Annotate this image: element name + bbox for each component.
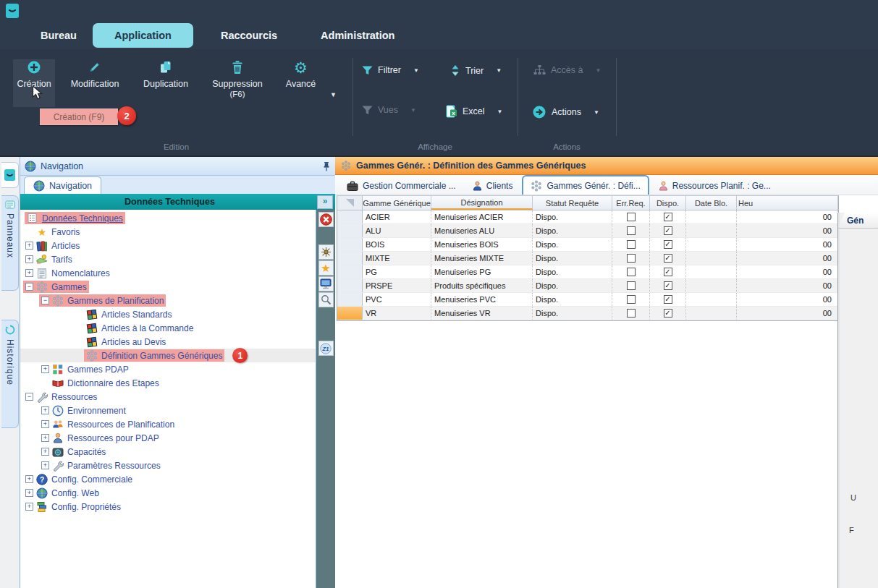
row-selector[interactable]	[337, 279, 363, 292]
workstation-button[interactable]	[318, 276, 334, 291]
checkbox-unchecked[interactable]	[627, 240, 636, 249]
select-all-corner[interactable]	[337, 196, 363, 210]
row-selector[interactable]	[337, 293, 363, 306]
expand-toggle[interactable]: +	[25, 269, 33, 277]
tree-item-tarifs[interactable]: +Tarifs	[20, 252, 316, 266]
expand-toggle[interactable]: +	[25, 489, 33, 497]
actions-button[interactable]: Actions ▼	[532, 105, 599, 119]
excel-caret[interactable]: ▼	[497, 108, 503, 115]
favorites-button[interactable]: ★	[318, 260, 334, 276]
table-row-mixte[interactable]: MIXTEMenuiseries MIXTEDispo.✓00	[337, 252, 838, 265]
document-tab-3[interactable]: Gammes Génér. : Défi...	[522, 175, 649, 195]
tree-item-gammes-pdap[interactable]: +Gammes PDAP	[20, 362, 316, 376]
collapsed-logo-tab[interactable]	[1, 162, 19, 188]
row-selector[interactable]	[337, 265, 363, 278]
row-selector-selected[interactable]	[337, 307, 363, 320]
column-header-dispo-[interactable]: Dispo.	[650, 196, 686, 210]
tree-item-dictionnaire-des-etapes[interactable]: Dictionnaire des Etapes	[20, 376, 316, 390]
tree-item-ressources-de-planification[interactable]: +Ressources de Planification	[20, 417, 316, 431]
column-header-statut-requ-te[interactable]: Statut Requête	[533, 196, 612, 210]
checkbox-checked[interactable]: ✓	[664, 268, 672, 276]
column-header-err-req-[interactable]: Err.Req.	[612, 196, 650, 210]
navigation-tab[interactable]: Navigation	[24, 176, 101, 194]
tree-item-articles-standards[interactable]: Articles Standards	[20, 307, 316, 321]
table-row-bois[interactable]: BOISMenuiseries BOISDispo.✓00	[337, 238, 838, 252]
trier-button[interactable]: Trier ▼	[450, 65, 502, 76]
document-tab-4[interactable]: Ressources Planif. : Ge...	[651, 177, 778, 195]
column-header-date-blo-[interactable]: Date Blo.	[686, 196, 737, 210]
checkbox-unchecked[interactable]	[627, 226, 636, 235]
zone-z1-button[interactable]: Z1	[318, 341, 334, 356]
tree-item-articles[interactable]: +Articles	[20, 239, 316, 252]
expand-toggle[interactable]: +	[41, 420, 49, 428]
actions-caret[interactable]: ▼	[594, 109, 599, 116]
avance-dropdown-caret[interactable]: ▼	[330, 91, 337, 98]
expand-toggle[interactable]: +	[41, 461, 49, 469]
collapse-toggle[interactable]: −	[25, 393, 33, 401]
tree-item-gammes[interactable]: −Gammes	[20, 280, 316, 294]
column-header-d-signation[interactable]: Désignation	[431, 196, 533, 210]
checkbox-checked[interactable]: ✓	[664, 213, 672, 221]
modification-button[interactable]: Modification	[61, 59, 129, 107]
sidebar-tab-panneaux[interactable]: Panneaux	[1, 195, 19, 291]
tree-item-param-tres-ressources[interactable]: +Paramètres Ressources	[20, 459, 316, 472]
checkbox-unchecked[interactable]	[627, 268, 636, 276]
close-view-button[interactable]	[318, 212, 334, 227]
table-row-pvc[interactable]: PVCMenuiseries PVCDispo.✓00	[337, 293, 838, 307]
trier-caret[interactable]: ▼	[496, 67, 502, 74]
tree-item-environnement[interactable]: +Environnement	[20, 404, 316, 417]
checkbox-checked[interactable]: ✓	[664, 281, 672, 290]
expand-toggle[interactable]: +	[41, 406, 49, 414]
column-header-gamme-g-n-rique[interactable]: Gamme Générique	[363, 196, 431, 210]
expand-toggle[interactable]: +	[25, 503, 33, 511]
acces-a-button[interactable]: Accès à ▼	[533, 65, 601, 75]
duplication-button[interactable]: Duplication	[132, 59, 200, 107]
checkbox-checked[interactable]: ✓	[664, 295, 672, 304]
row-selector[interactable]	[337, 210, 363, 223]
table-row-prspe[interactable]: PRSPEProduits spécifiquesDispo.✓00	[337, 279, 838, 293]
excel-button[interactable]: x Excel ▼	[446, 105, 503, 118]
tree-item-gammes-de-planification[interactable]: −Gammes de Planification	[20, 294, 316, 307]
tree-item-ressources-pour-pdap[interactable]: +Ressources pour PDAP	[20, 431, 316, 445]
checkbox-checked[interactable]: ✓	[664, 240, 672, 249]
settings-star-button[interactable]	[318, 244, 334, 260]
tree-item-favoris[interactable]: ★Favoris	[20, 225, 316, 239]
expand-toggle[interactable]: +	[25, 255, 33, 263]
row-selector[interactable]	[337, 224, 363, 237]
tree-item-articles-la-commande[interactable]: Articles à la Commande	[20, 321, 316, 335]
collapse-toggle[interactable]: −	[41, 297, 49, 304]
pin-icon[interactable]	[322, 161, 331, 171]
checkbox-unchecked[interactable]	[627, 295, 636, 304]
collapse-panel-button[interactable]: »	[317, 195, 333, 209]
tree-item-config-web[interactable]: +Config. Web	[20, 486, 316, 500]
expand-toggle[interactable]: +	[25, 242, 33, 250]
tab-administration[interactable]: Administration	[305, 30, 410, 41]
expand-toggle[interactable]: +	[25, 475, 33, 483]
tab-raccourcis[interactable]: Raccourcis	[205, 30, 293, 41]
filtrer-button[interactable]: Filtrer ▼	[362, 65, 419, 75]
tree-item-config-commerciale[interactable]: +?Config. Commerciale	[20, 472, 316, 486]
app-logo-icon[interactable]	[6, 4, 19, 18]
tab-bureau[interactable]: Bureau	[25, 30, 93, 41]
checkbox-checked[interactable]: ✓	[664, 254, 672, 263]
tree-item-config-propri-t-s[interactable]: +Config. Propriétés	[20, 500, 316, 514]
suppression-button[interactable]: Suppression (F6)	[203, 59, 272, 107]
column-header-heu[interactable]: Heu	[737, 196, 838, 210]
checkbox-unchecked[interactable]	[627, 309, 636, 318]
tree-item-capacit-s[interactable]: +Capacités	[20, 445, 316, 459]
expand-toggle[interactable]: +	[41, 365, 49, 373]
table-row-acier[interactable]: ACIERMenuiseries ACIERDispo.✓00	[337, 210, 838, 224]
tree-item-nomenclatures[interactable]: +Nomenclatures	[20, 266, 316, 280]
tree-item-d-finition-gammes-g-n-riques[interactable]: Définition Gammes Génériques1	[20, 349, 316, 362]
tab-application[interactable]: Application	[93, 23, 193, 48]
table-row-alu[interactable]: ALUMenuiseries ALUDispo.✓00	[337, 224, 838, 238]
expand-toggle[interactable]: +	[41, 448, 49, 456]
checkbox-unchecked[interactable]	[627, 254, 636, 263]
row-selector[interactable]	[337, 252, 363, 265]
filtrer-caret[interactable]: ▼	[413, 67, 419, 74]
document-tab-2[interactable]: Clients	[465, 177, 520, 195]
tree-item-ressources[interactable]: −Ressources	[20, 390, 316, 404]
tree-item-donn-es-techniques[interactable]: Données Techniques	[20, 211, 316, 225]
table-row-vr[interactable]: VRMenuiseries VRDispo.✓00	[337, 307, 838, 320]
checkbox-unchecked[interactable]	[627, 281, 636, 290]
